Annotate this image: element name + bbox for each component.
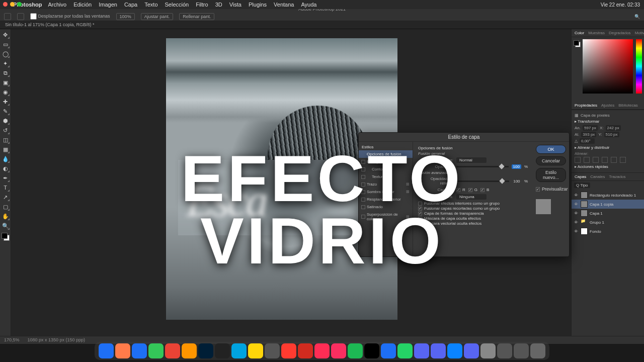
eraser-tool-icon[interactable]: ◫	[1, 135, 10, 144]
doc-info[interactable]: 1080 px x 1350 px (150 ppp)	[28, 337, 86, 343]
tab-bibliotecas[interactable]: Bibliotecas	[618, 103, 638, 108]
brush-tool-icon[interactable]: ✎	[1, 107, 10, 116]
width-field[interactable]: 597 px	[583, 125, 598, 131]
dock-app-icon[interactable]	[132, 343, 147, 358]
heal-tool-icon[interactable]: ✚	[1, 97, 10, 106]
angle-field[interactable]: 0,00°	[580, 138, 595, 144]
tab-ajustes[interactable]: Ajustes	[601, 103, 614, 108]
wand-tool-icon[interactable]: ✦	[1, 59, 10, 68]
dock-app-icon[interactable]	[99, 343, 114, 358]
shape-tool-icon[interactable]: ▢	[1, 202, 10, 211]
color-picker-field[interactable]	[583, 39, 633, 94]
layer-filter-type[interactable]: Q Tipo	[574, 183, 590, 188]
align-hcenter-icon[interactable]	[584, 157, 590, 163]
menu-texto[interactable]: Texto	[144, 2, 157, 8]
style-item[interactable]: Satinado	[359, 203, 413, 211]
ok-button[interactable]: OK	[536, 145, 566, 154]
dock-app-icon[interactable]	[530, 343, 545, 358]
frame-tool-icon[interactable]: ▣	[1, 78, 10, 87]
style-checkbox[interactable]	[361, 183, 365, 187]
style-item[interactable]: Resplandor interior	[359, 196, 413, 203]
align-left-icon[interactable]	[575, 157, 581, 163]
dock-app-icon[interactable]	[514, 343, 529, 358]
chk-clipped-layers[interactable]: Fusionar capas recortadas como un grupo	[418, 206, 528, 211]
quick-actions-header[interactable]: ▸ Acciones rápidas	[575, 164, 641, 169]
dock-app-icon[interactable]	[182, 343, 197, 358]
height-field[interactable]: 393 px	[581, 132, 596, 137]
style-checkbox[interactable]	[361, 205, 365, 209]
dock-app-icon[interactable]	[314, 343, 330, 358]
dock-app-icon[interactable]	[431, 343, 446, 358]
style-checkbox[interactable]	[361, 160, 365, 164]
style-item[interactable]: Trazo⊞	[359, 180, 413, 188]
dodge-tool-icon[interactable]: ◐	[1, 164, 10, 173]
menu-seleccion[interactable]: Selección	[165, 2, 189, 8]
tab-muestras[interactable]: Muestras	[588, 31, 605, 35]
menu-filtro[interactable]: Filtro	[196, 2, 208, 8]
dock-app-icon[interactable]	[298, 343, 313, 358]
dock-app-icon[interactable]	[447, 343, 462, 358]
menu-ventana[interactable]: Ventana	[274, 2, 294, 8]
zoom-level[interactable]: 170,5%	[4, 337, 20, 343]
style-checkbox[interactable]	[361, 167, 365, 171]
layer-row[interactable]: 👁Rectángulo redondeado 1	[572, 191, 644, 200]
tab-capas[interactable]: Capas	[575, 174, 586, 179]
style-checkbox[interactable]	[361, 190, 365, 194]
home-icon[interactable]	[4, 13, 11, 20]
chk-interior-effects[interactable]: Fusionar efectos interiores como un grup…	[418, 201, 528, 206]
dock-app-icon[interactable]	[364, 343, 379, 358]
visibility-icon[interactable]: 👁	[574, 229, 579, 234]
chk-transparency-shapes[interactable]: Capa de formas de transparencia	[418, 211, 528, 216]
dock-app-icon[interactable]	[115, 343, 130, 358]
menu-plugins[interactable]: Plugins	[249, 2, 267, 8]
style-checkbox[interactable]	[361, 215, 365, 219]
tab-trazados[interactable]: Trazados	[609, 174, 625, 179]
tab-canales[interactable]: Canales	[590, 174, 605, 179]
dock-app-icon[interactable]	[331, 343, 346, 358]
color-fgbg-icon[interactable]	[574, 40, 581, 47]
search-icon[interactable]: 🔍	[634, 14, 640, 19]
fg-bg-colors[interactable]	[2, 233, 10, 241]
visibility-icon[interactable]: 👁	[574, 220, 579, 225]
channel-r[interactable]: R	[456, 188, 465, 192]
dock-app-icon[interactable]	[381, 343, 396, 358]
dock-app-icon[interactable]	[397, 343, 413, 358]
dock-app-icon[interactable]	[265, 343, 280, 358]
visibility-icon[interactable]: 👁	[574, 193, 579, 198]
align-bottom-icon[interactable]	[620, 157, 626, 163]
marquee-tool-icon[interactable]: ▭	[1, 40, 10, 49]
layer-row[interactable]: 👁📁Grupo 1	[572, 218, 644, 227]
layer-row[interactable]: 👁Capa 1 copia	[572, 200, 644, 209]
style-item[interactable]: Sombra interior⊞	[359, 188, 413, 196]
preview-checkbox[interactable]: Previsualizar	[536, 187, 566, 192]
transform-header[interactable]: ▸ Transformar	[575, 119, 641, 124]
add-icon[interactable]: ⊞	[406, 182, 410, 187]
dock-app-icon[interactable]	[414, 343, 429, 358]
lasso-tool-icon[interactable]: ◯	[1, 49, 10, 58]
dock-app-icon[interactable]	[348, 343, 363, 358]
fill-opacity-slider[interactable]	[456, 180, 509, 182]
dock-app-icon[interactable]	[497, 343, 512, 358]
traffic-lights[interactable]	[3, 2, 22, 7]
menu-imagen[interactable]: Imagen	[99, 2, 117, 8]
opt-scroll[interactable]: Desplazarse por todas las ventanas	[30, 13, 110, 20]
x-field[interactable]: 242 px	[606, 125, 621, 131]
style-item[interactable]: Bisel y relieve	[359, 158, 413, 165]
y-field[interactable]: 510 px	[604, 132, 619, 137]
pen-tool-icon[interactable]: ✒	[1, 173, 10, 183]
blur-tool-icon[interactable]: 💧	[1, 154, 10, 163]
opt-opciones-fusion[interactable]: Opciones de fusión	[359, 150, 413, 158]
dock-app-icon[interactable]	[464, 343, 479, 358]
align-vcenter-icon[interactable]	[611, 157, 617, 163]
layer-row[interactable]: 👁Fondo	[572, 227, 644, 236]
add-icon[interactable]: ⊞	[406, 215, 410, 219]
dock-app-icon[interactable]	[480, 343, 496, 358]
dock-app-icon[interactable]	[281, 343, 296, 358]
menu-ayuda[interactable]: Ayuda	[301, 2, 316, 8]
layer-row[interactable]: 👁Capa 1	[572, 209, 644, 218]
blend-mode-dropdown[interactable]: Normal	[456, 157, 487, 163]
channel-g[interactable]: G	[468, 188, 477, 192]
opacity-slider[interactable]	[456, 166, 509, 167]
tab-color[interactable]: Color	[575, 31, 584, 35]
add-icon[interactable]: ⊞	[406, 190, 410, 194]
